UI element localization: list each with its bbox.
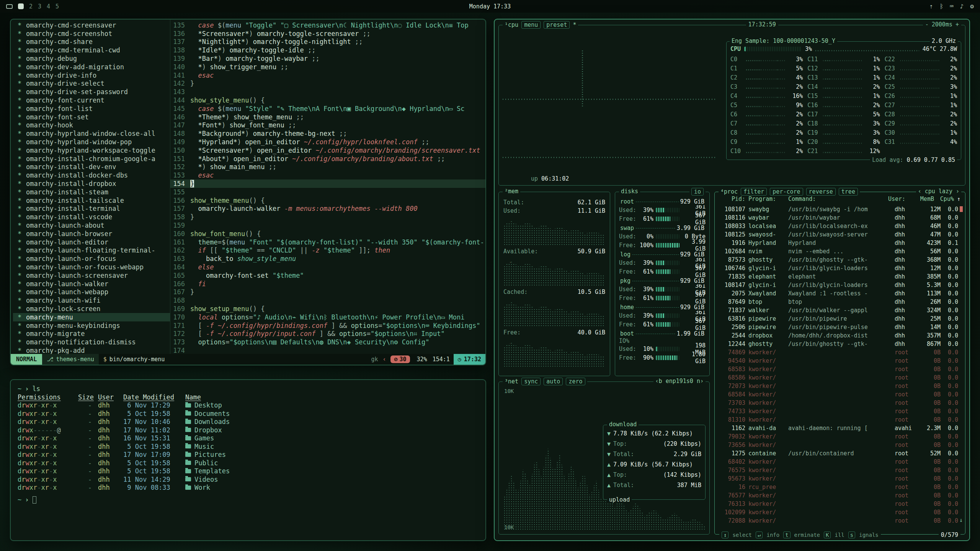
settings-icon[interactable]: ⚙ xyxy=(970,3,974,10)
code-line[interactable]: 136 *Screensaver*) omarchy-toggle-screen… xyxy=(170,29,485,38)
file-item[interactable]: *omarchy-cmd-terminal-cwd xyxy=(13,46,170,54)
code-line[interactable]: 154} xyxy=(170,179,485,188)
file-item[interactable]: *omarchy-hyprland-window-close-all xyxy=(13,129,170,138)
process-row[interactable]: 108147glycin-i/usr/lib/glycin-loadersdhh… xyxy=(717,281,963,289)
file-item[interactable]: *omarchy-cmd-share xyxy=(13,38,170,46)
process-row[interactable]: 74869kworker/root0B0.0 xyxy=(717,348,963,357)
process-row[interactable]: 102099kworker/root0B0.0 xyxy=(717,508,963,517)
process-row[interactable]: 79032kworker/root0B0.0 xyxy=(717,432,963,441)
code-line[interactable]: 169show_setup_menu() { xyxy=(170,305,485,313)
file-item[interactable]: *omarchy-launch-editor xyxy=(13,238,170,246)
code-line[interactable]: 166 fi xyxy=(170,280,485,288)
process-row[interactable]: 76577kworker/root0B0.0 xyxy=(717,491,963,500)
process-row[interactable]: 1275containe/usr/bin/containerdroot52M0.… xyxy=(717,449,963,458)
process-row[interactable]: 87573ghostty/usr/bin/ghostty --gtk-dhh36… xyxy=(717,256,963,264)
code-line[interactable]: 162 if [[ "$theme" == "CNCLD" || -z "$th… xyxy=(170,246,485,255)
scroll-down-indicator[interactable]: ↓ xyxy=(959,517,963,523)
code-line[interactable]: 168 xyxy=(170,296,485,305)
code-line[interactable]: 148 *Background*) omarchy-theme-bg-next … xyxy=(170,129,485,138)
process-row[interactable]: 68583kworker/root0B0.0 xyxy=(717,365,963,373)
process-column-header[interactable]: User: xyxy=(888,196,910,202)
volume-icon[interactable]: ♪ xyxy=(960,3,964,10)
process-row[interactable]: 72088kworker/root0B0.0 xyxy=(717,517,963,525)
file-item[interactable]: *omarchy-launch-walker xyxy=(13,280,170,288)
auto-button[interactable]: auto xyxy=(544,378,563,385)
process-table-header[interactable]: Pid:Program:Command:User:MemBCpu%↑ xyxy=(717,194,963,204)
process-row[interactable]: 102684nvimnvim --embed ...dhh56M0.0 xyxy=(717,247,963,256)
process-row[interactable]: 95673kworker/root0B0.0 xyxy=(717,474,963,483)
file-item[interactable]: *omarchy-dev-add-migration xyxy=(13,63,170,71)
terminal-prompt-line[interactable]: ~ › xyxy=(18,496,479,504)
workspace-2[interactable]: 2 xyxy=(29,3,33,10)
process-row[interactable]: 81310kworker/root0B0.0 xyxy=(717,416,963,424)
file-item[interactable]: *omarchy-drive-select xyxy=(13,80,170,88)
process-row[interactable]: 16rcu_preeroot0B0.0 xyxy=(717,483,963,491)
process-row[interactable]: 71835elephantelephantdhh385M0.0 xyxy=(717,272,963,281)
process-row[interactable]: 94540kworker/root0B0.0 xyxy=(717,357,963,365)
file-item[interactable]: *omarchy-font-list xyxy=(13,104,170,113)
file-item[interactable]: *omarchy-notification-dismiss xyxy=(13,338,170,346)
file-item[interactable]: *omarchy-hyprland-workspace-toggle xyxy=(13,146,170,155)
process-column-header[interactable]: Pid: xyxy=(719,196,745,202)
preset-button[interactable]: preset xyxy=(544,21,570,29)
code-line[interactable]: 145 case $(menu "Style" "✎ Theme\nA Font… xyxy=(170,104,485,113)
file-item[interactable]: *omarchy-launch-webapp xyxy=(13,288,170,297)
code-line[interactable]: 173 options="$options\n▤ Defaults\n◍ DNS… xyxy=(170,338,485,346)
code-line[interactable]: 135 case $(menu "Toggle" "▢ Screensaver\… xyxy=(170,21,485,29)
io-button[interactable]: io xyxy=(691,188,704,196)
process-row[interactable]: 2544dropbox/home/dhh/.dropbox-distdhh357… xyxy=(717,331,963,340)
file-item[interactable]: *omarchy-install-dropbox xyxy=(13,179,170,188)
file-item[interactable]: *omarchy-install-vscode xyxy=(13,213,170,221)
code-line[interactable]: 159 xyxy=(170,221,485,230)
code-line[interactable]: 164 else xyxy=(170,263,485,271)
process-row[interactable]: 108116waybar/usr/bin/waybardhh68M0.0 xyxy=(717,214,963,222)
file-item[interactable]: *omarchy-font-current xyxy=(13,96,170,104)
file-item[interactable]: *omarchy-hook xyxy=(13,121,170,130)
process-row[interactable]: 12244ghostty/usr/bin/ghostty --gtk-dhh86… xyxy=(717,340,963,348)
process-row[interactable]: 1162avahi-daavahi-daemon: running [avahi… xyxy=(717,424,963,432)
code-line[interactable]: 171 [ -f ~/.config/hypr/bindings.conf ] … xyxy=(170,321,485,330)
tab-cpu[interactable]: ¹cpu xyxy=(505,21,518,28)
file-item[interactable]: *omarchy-install-terminal xyxy=(13,205,170,213)
file-item[interactable]: *omarchy-launch-wifi xyxy=(13,296,170,305)
code-line[interactable]: 155 xyxy=(170,188,485,196)
process-row[interactable]: 73703kworker/root0B0.0 xyxy=(717,399,963,407)
process-row[interactable]: 2506pipewire/usr/bin/pipewire-pulsedhh14… xyxy=(717,323,963,331)
file-item[interactable]: *omarchy-lock-screen xyxy=(13,305,170,313)
code-line[interactable]: 140 *) show_trigger_menu ;; xyxy=(170,63,485,71)
process-row[interactable]: 106746glycin-i/usr/lib/glycin-loadersdhh… xyxy=(717,264,963,272)
menu-button[interactable]: menu xyxy=(521,21,541,29)
process-row[interactable]: 73656kworker/root0B0.0 xyxy=(717,441,963,449)
file-item[interactable]: *omarchy-launch-or-focus xyxy=(13,254,170,263)
code-line[interactable]: 172 [ -f ~/.config/hypr/input.conf ] && … xyxy=(170,329,485,338)
workspace-5[interactable]: 5 xyxy=(56,3,59,10)
workspace-3[interactable]: 3 xyxy=(38,3,41,10)
process-row[interactable]: 2075XwaylandXwayland :1 -rootless -dhh11… xyxy=(717,289,963,298)
footer-key[interactable]: ↕ xyxy=(722,531,728,538)
tab-mem[interactable]: ²mem xyxy=(505,188,518,195)
footer-key[interactable]: ↵ xyxy=(756,531,763,538)
file-item[interactable]: *omarchy-hyprland-window-pop xyxy=(13,138,170,146)
file-item[interactable]: *omarchy-menu xyxy=(13,313,170,321)
code-line[interactable]: 158} xyxy=(170,213,485,221)
interval-plus-button[interactable]: + xyxy=(956,21,959,28)
file-item[interactable]: *omarchy-launch-screensaver xyxy=(13,271,170,280)
process-column-header[interactable]: MemB xyxy=(913,196,934,202)
sort-selector[interactable]: ‹ cpu lazy › xyxy=(916,188,961,195)
code-line[interactable]: 157 omarchy-launch-walker -m menus:omarc… xyxy=(170,205,485,213)
code-line[interactable]: 150 *Screensaver*) open_in_editor ~/.con… xyxy=(170,146,485,155)
screencast-icon[interactable]: ⇡ xyxy=(929,3,933,10)
code-line[interactable]: 156show_theme_menu() { xyxy=(170,196,485,205)
process-row[interactable]: 71837walker/usr/bin/walker --gappldhh324… xyxy=(717,306,963,315)
file-item[interactable]: *omarchy-install-docker-dbs xyxy=(13,171,170,179)
file-item[interactable]: *omarchy-pkg-add xyxy=(13,346,170,354)
process-row[interactable]: 68586kworker/root0B0.0 xyxy=(717,373,963,382)
interval-minus-button[interactable]: - xyxy=(925,21,929,28)
workspace-4[interactable]: 4 xyxy=(47,3,50,10)
code-editor[interactable]: 135 case $(menu "Toggle" "▢ Screensaver\… xyxy=(170,20,485,354)
footer-key[interactable]: t xyxy=(783,531,790,538)
bluetooth-icon[interactable]: ᛒ xyxy=(939,3,943,10)
workspace-active-indicator[interactable] xyxy=(18,3,24,9)
process-row[interactable]: 76313kworker/root0B0.0 xyxy=(717,500,963,508)
code-line[interactable]: 151 *About*) open_in_editor ~/.config/om… xyxy=(170,155,485,163)
